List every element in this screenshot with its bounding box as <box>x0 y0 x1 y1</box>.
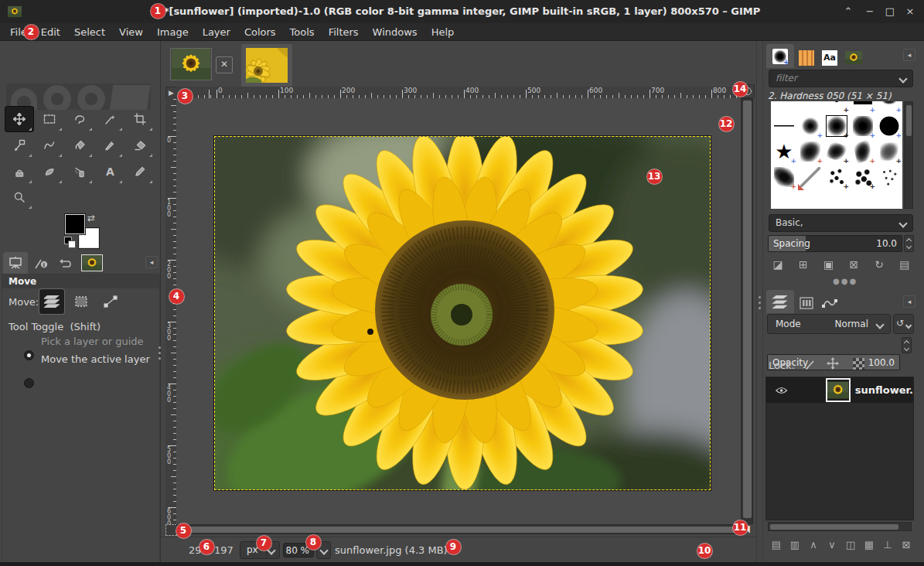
tab-patterns[interactable] <box>796 47 817 68</box>
collapse-dock-icon[interactable]: ◂ <box>903 295 915 308</box>
move-selection-button[interactable] <box>69 289 94 314</box>
brush-slash[interactable] <box>797 165 823 190</box>
airbrush-tool[interactable] <box>66 159 94 184</box>
new-brush-button[interactable]: ⊞ <box>795 256 812 273</box>
dock-grip[interactable]: ●●● <box>833 277 858 285</box>
close-image-icon[interactable]: ✕ <box>216 56 233 73</box>
opacity-spinner[interactable] <box>902 337 912 353</box>
image-tab-flower2[interactable] <box>241 44 292 87</box>
lower-layer-button[interactable]: ∨ <box>823 537 840 554</box>
zoom-tool[interactable] <box>5 185 33 210</box>
spacing-spinner[interactable] <box>904 235 914 252</box>
brush-filter-input[interactable]: filter <box>769 70 913 87</box>
vertical-scrollbar-thumb[interactable] <box>743 101 752 518</box>
tab-channels[interactable] <box>796 293 817 313</box>
layers-scrollbar[interactable] <box>768 522 912 531</box>
vertical-ruler[interactable]: 0100200300400500600 <box>165 98 176 523</box>
duplicate-layer-button[interactable]: ◫ <box>842 537 859 554</box>
anchor-layer-button[interactable]: ⊥ <box>879 537 896 554</box>
swap-colors-icon[interactable]: ⇄ <box>87 213 95 223</box>
move-path-button[interactable] <box>98 289 123 314</box>
clone-tool[interactable] <box>5 159 33 184</box>
merge-layer-button[interactable]: ▦ <box>861 537 878 554</box>
tab-paths[interactable] <box>819 293 840 313</box>
edit-brush-button[interactable]: ◪ <box>769 256 786 273</box>
visibility-eye-icon[interactable] <box>776 386 787 395</box>
close-button[interactable]: × <box>901 0 919 23</box>
menu-item-edit[interactable]: Edit <box>34 23 67 41</box>
radio-move-active[interactable] <box>24 378 34 388</box>
crop-tool[interactable] <box>126 107 154 131</box>
brush-bar[interactable]: + <box>850 101 876 114</box>
brush-hard[interactable]: + <box>876 114 902 139</box>
brush-grid-scrollbar[interactable] <box>904 101 913 209</box>
tab-fonts[interactable]: Aa <box>819 47 840 68</box>
horizontal-scrollbar[interactable] <box>176 524 738 534</box>
menu-item-colors[interactable]: Colors <box>237 23 283 41</box>
panel-resize-grip[interactable] <box>159 346 161 360</box>
brush-ellipse-soft[interactable]: + <box>876 101 902 114</box>
move-layer-button[interactable] <box>39 289 64 314</box>
menu-item-filters[interactable]: Filters <box>322 23 366 41</box>
brush-soft-m[interactable]: + <box>823 114 850 139</box>
bucket-fill-tool[interactable] <box>66 133 94 158</box>
canvas-image[interactable] <box>214 136 711 490</box>
fuzzy-select-tool[interactable] <box>96 107 124 131</box>
delete-brush-button[interactable]: ⊠ <box>845 256 862 273</box>
mode-options-button[interactable]: ↺ <box>893 314 914 334</box>
ink-tool[interactable] <box>126 159 154 184</box>
horizontal-ruler[interactable]: 0100200300400500600700800 <box>176 87 741 98</box>
tab-undo-history[interactable] <box>54 253 77 274</box>
maximize-button[interactable]: □ <box>881 0 899 23</box>
tab-layers[interactable] <box>766 290 794 313</box>
layers-list[interactable]: sunflower. <box>765 377 914 520</box>
text-tool[interactable]: A <box>96 159 124 184</box>
warp-transform-tool[interactable] <box>36 133 63 158</box>
layer-row[interactable]: sunflower. <box>766 377 913 403</box>
duplicate-brush-button[interactable]: ▣ <box>820 256 837 273</box>
refresh-brushes-button[interactable]: ↻ <box>871 256 888 273</box>
brush-star[interactable]: ★+ <box>771 139 797 165</box>
vertical-scrollbar[interactable] <box>741 98 753 524</box>
brush-chalk[interactable]: + <box>797 139 823 165</box>
brush-chalk4[interactable]: + <box>876 139 902 165</box>
move-tool[interactable] <box>5 107 33 131</box>
brush-chalk3[interactable]: + <box>850 139 876 165</box>
horizontal-scrollbar-thumb[interactable] <box>179 527 736 533</box>
raise-layer-button[interactable]: ∧ <box>805 537 822 554</box>
tab-tool-options[interactable] <box>3 252 28 274</box>
menu-item-help[interactable]: Help <box>424 23 462 41</box>
menu-item-select[interactable]: Select <box>67 23 112 41</box>
paintbrush-tool[interactable] <box>96 133 124 158</box>
brush-dots-m[interactable]: + <box>823 165 850 190</box>
menu-item-windows[interactable]: Windows <box>366 23 424 41</box>
brush-line[interactable] <box>771 114 797 139</box>
radio-pick-layer[interactable] <box>24 350 34 360</box>
image-tab-sunflower[interactable] <box>171 49 211 80</box>
tab-device-status[interactable]: i <box>29 253 53 274</box>
free-select-tool[interactable] <box>66 107 94 131</box>
lock-alpha-button[interactable] <box>853 358 864 370</box>
lock-position-button[interactable] <box>827 357 844 373</box>
quick-mask-icon[interactable] <box>165 524 177 536</box>
eraser-tool[interactable] <box>126 133 154 158</box>
menu-item-tools[interactable]: Tools <box>283 23 322 41</box>
menu-item-view[interactable]: View <box>112 23 150 41</box>
new-layer-group-button[interactable]: ▥ <box>786 537 803 554</box>
layers-scrollbar-thumb[interactable] <box>770 524 898 530</box>
canvas-menu-icon[interactable]: ▶ <box>165 87 177 99</box>
menu-item-layer[interactable]: Layer <box>196 23 237 41</box>
brush-grid-scrollbar-thumb[interactable] <box>906 105 912 136</box>
brush-soft-s[interactable]: + <box>797 114 823 139</box>
tab-document-images[interactable] <box>842 47 865 68</box>
layer-mode-dropdown[interactable]: Mode Normal <box>767 314 891 334</box>
open-brush-as-image-button[interactable]: ▤ <box>896 256 913 273</box>
tab-brushes[interactable]: + <box>766 44 794 68</box>
delete-layer-button[interactable]: ⊠ <box>898 537 915 554</box>
brush-chalk2[interactable]: + <box>823 139 850 165</box>
collapse-dock-icon[interactable]: ◂ <box>145 256 158 268</box>
tab-image-thumbnail[interactable] <box>79 252 105 274</box>
brush-grid[interactable]: +++++++★++++++++ <box>771 101 902 209</box>
lock-pixels-button[interactable] <box>802 357 819 373</box>
spacing-slider[interactable]: Spacing 10.0 <box>768 235 902 252</box>
